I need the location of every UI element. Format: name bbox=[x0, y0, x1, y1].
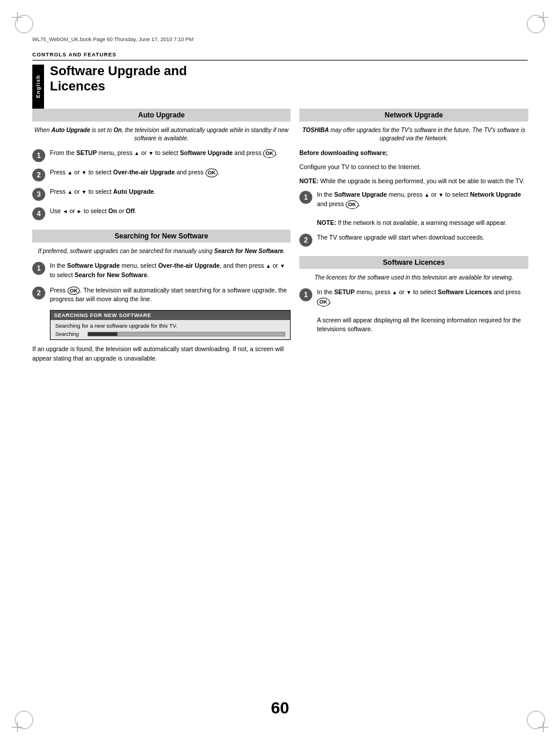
crosshair-tl bbox=[12, 12, 22, 22]
screen-mockup: SEARCHING FOR NEW SOFTWARE Searching for… bbox=[50, 310, 291, 340]
step-text-3: Press or to select Auto Upgrade. bbox=[50, 187, 291, 197]
auto-upgrade-title: Auto Upgrade bbox=[32, 109, 291, 122]
search-step-text-2: Press OK. The television will automatica… bbox=[50, 286, 291, 305]
progress-label: Searching bbox=[55, 331, 87, 337]
network-step-2: 2 The TV software upgrade will start whe… bbox=[299, 233, 528, 247]
auto-upgrade-section: Auto Upgrade When Auto Upgrade is set to… bbox=[32, 109, 291, 220]
screen-body-text: Searching for a new software upgrade for… bbox=[55, 322, 285, 329]
searching-intro: If preferred, software upgrades can be s… bbox=[32, 247, 291, 255]
page-number: 60 bbox=[271, 699, 289, 718]
licences-step-text-1: In the SETUP menu, press or to select So… bbox=[317, 288, 528, 334]
before-label: Before downloading software; bbox=[299, 149, 528, 158]
step-text-1: From the SETUP menu, press or to select … bbox=[50, 149, 291, 158]
progress-bar-outer bbox=[87, 332, 285, 336]
crosshair-bl bbox=[12, 722, 22, 732]
network-step-text-1: In the Software Upgrade menu, press or t… bbox=[317, 190, 528, 227]
step-num-4: 4 bbox=[32, 207, 45, 220]
header-rule bbox=[32, 60, 528, 60]
network-upgrade-title: Network Upgrade bbox=[299, 109, 528, 122]
progress-bar-inner bbox=[88, 332, 117, 336]
screen-body: Searching for a new software upgrade for… bbox=[50, 320, 290, 339]
step-text-4: Use or to select On or Off. bbox=[50, 207, 291, 216]
searching-title: Searching for New Software bbox=[32, 230, 291, 243]
progress-row: Searching bbox=[55, 331, 285, 337]
screen-header: SEARCHING FOR NEW SOFTWARE bbox=[50, 311, 290, 320]
network-step-num-2: 2 bbox=[299, 234, 312, 247]
network-note: NOTE: While the upgrade is being perform… bbox=[299, 177, 528, 186]
left-column: Auto Upgrade When Auto Upgrade is set to… bbox=[32, 109, 291, 373]
network-step-num-1: 1 bbox=[299, 191, 312, 204]
step-text-2: Press or to select Over-the-air Upgrade … bbox=[50, 168, 291, 177]
search-step-text-1: In the Software Upgrade menu, select Ove… bbox=[50, 261, 291, 280]
licences-step-1: 1 In the SETUP menu, press or to select … bbox=[299, 288, 528, 334]
step-num-3: 3 bbox=[32, 188, 45, 201]
software-licences-section: Software Licences The licences for the s… bbox=[299, 256, 528, 334]
search-step-num-2: 2 bbox=[32, 287, 45, 299]
crosshair-tr bbox=[538, 12, 548, 22]
step-num-2: 2 bbox=[32, 169, 45, 181]
before-text: Configure your TV to connect to the Inte… bbox=[299, 163, 528, 172]
right-column: Network Upgrade TOSHIBA may offer upgrad… bbox=[299, 109, 528, 344]
licences-step-num-1: 1 bbox=[299, 288, 312, 301]
header-filename: WL75_WebOM_UK.book Page 60 Thursday, Jun… bbox=[32, 36, 193, 42]
main-title: Software Upgrade and Licences bbox=[50, 63, 255, 95]
after-screen-text: If an upgrade is found, the television w… bbox=[32, 345, 291, 363]
software-licences-intro: The licences for the software used in th… bbox=[299, 274, 528, 282]
crosshair-br bbox=[538, 722, 548, 732]
network-upgrade-intro: TOSHIBA may offer upgrades for the TV's … bbox=[299, 126, 528, 143]
auto-step-3: 3 Press or to select Auto Upgrade. bbox=[32, 187, 291, 201]
auto-step-2: 2 Press or to select Over-the-air Upgrad… bbox=[32, 168, 291, 181]
auto-step-1: 1 From the SETUP menu, press or to selec… bbox=[32, 149, 291, 162]
network-step-text-2: The TV software upgrade will start when … bbox=[317, 233, 528, 243]
network-upgrade-section: Network Upgrade TOSHIBA may offer upgrad… bbox=[299, 109, 528, 247]
search-step-num-1: 1 bbox=[32, 262, 45, 275]
english-tab: English bbox=[32, 65, 44, 109]
software-licences-title: Software Licences bbox=[299, 256, 528, 269]
auto-upgrade-intro: When Auto Upgrade is set to On, the tele… bbox=[32, 126, 291, 143]
network-step-1: 1 In the Software Upgrade menu, press or… bbox=[299, 190, 528, 227]
search-step-1: 1 In the Software Upgrade menu, select O… bbox=[32, 261, 291, 280]
auto-step-4: 4 Use or to select On or Off. bbox=[32, 207, 291, 220]
search-step-2: 2 Press OK. The television will automati… bbox=[32, 286, 291, 305]
step-num-1: 1 bbox=[32, 149, 45, 162]
controls-label: CONTROLS AND FEATURES bbox=[32, 52, 117, 58]
searching-section: Searching for New Software If preferred,… bbox=[32, 230, 291, 363]
